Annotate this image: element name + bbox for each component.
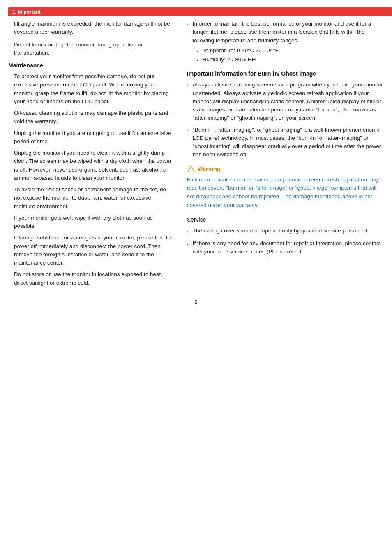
list-item: · To avoid the risk of shock or permanen… bbox=[8, 186, 174, 211]
list-item: · Do not store or use the monitor in loc… bbox=[8, 270, 174, 287]
svg-text:!: ! bbox=[190, 168, 191, 172]
page: 1. Important tilt angle maximum is excee… bbox=[0, 0, 392, 318]
list-item: · Unplug the monitor if you are not goin… bbox=[8, 129, 174, 146]
bullet-dot: · bbox=[187, 81, 193, 90]
bullet-dot: · bbox=[8, 73, 14, 82]
list-item: · To protect your monitor from possible … bbox=[8, 72, 174, 106]
intro-text-1: tilt angle maximum is exceeded, the moni… bbox=[14, 20, 174, 37]
list-item-text: If foreign substance or water gets in yo… bbox=[14, 234, 174, 267]
list-item-text: If there is any need for any document fo… bbox=[193, 239, 384, 256]
maintenance-title: Maintenance bbox=[8, 61, 174, 70]
humidity-intro-text: In order to maintain the best performanc… bbox=[193, 20, 384, 65]
list-item: · If there is any need for any document … bbox=[187, 239, 384, 256]
important-tag: 1. Important bbox=[8, 7, 392, 16]
bullet-dot: · bbox=[8, 215, 14, 223]
list-item: · "Burn-in", "after-imaging", or "ghost … bbox=[187, 126, 384, 159]
humidity-label: Humidity: 20-80% RH bbox=[203, 56, 256, 64]
list-item-text: Oil-based cleaning solutions may damage … bbox=[14, 109, 174, 126]
sub-bullet-dot: · bbox=[197, 56, 203, 64]
list-item: · If your monitor gets wet, wipe it with… bbox=[8, 214, 174, 231]
sub-bullet-dot: · bbox=[197, 47, 203, 55]
bullet-dot: · bbox=[8, 42, 14, 50]
bullet-dot: · bbox=[187, 127, 193, 135]
maintenance-list: · To protect your monitor from possible … bbox=[8, 72, 174, 287]
bullet-dot: · bbox=[8, 110, 14, 118]
list-item-text: Do not knock or drop the monitor during … bbox=[14, 41, 174, 58]
sub-list-item: · Humidity: 20-80% RH bbox=[193, 56, 384, 64]
warning-block: ! Warning Failure to activate a screen s… bbox=[187, 165, 384, 210]
list-item: · In order to maintain the best performa… bbox=[187, 20, 384, 65]
temp-label: Temperature: 0-40°C 32-104°F bbox=[203, 46, 279, 55]
burn-in-title: Important information for Burn-in/ Ghost… bbox=[187, 70, 384, 78]
list-item-text: To avoid the risk of shock or permanent … bbox=[14, 186, 174, 211]
bullet-dot: · bbox=[187, 240, 193, 249]
list-item: · Oil-based cleaning solutions may damag… bbox=[8, 109, 174, 126]
list-item-text: The casing cover should be opened only b… bbox=[193, 227, 384, 235]
warning-header: ! Warning bbox=[187, 165, 384, 174]
bullet-dot: · bbox=[8, 150, 14, 158]
list-item: · Always activate a moving screen saver … bbox=[187, 81, 384, 122]
list-item-text: To protect your monitor from possible da… bbox=[14, 72, 174, 106]
list-item: · The casing cover should be opened only… bbox=[187, 227, 384, 236]
list-item: · Unplug the monitor if you need to clea… bbox=[8, 149, 174, 182]
humidity-list: · In order to maintain the best performa… bbox=[187, 20, 384, 65]
warning-icon: ! bbox=[187, 165, 195, 173]
intro-bullet-list: · Do not knock or drop the monitor durin… bbox=[8, 41, 174, 58]
warning-body: Failure to activate a screen saver, or a… bbox=[187, 176, 384, 210]
temp-humidity-sub-list: · Temperature: 0-40°C 32-104°F · Humidit… bbox=[193, 46, 384, 64]
service-title: Service bbox=[187, 216, 384, 224]
page-number: 2 bbox=[0, 298, 392, 306]
burn-in-list: · Always activate a moving screen saver … bbox=[187, 81, 384, 159]
list-item-text: Unplug the monitor if you need to clean … bbox=[14, 149, 174, 182]
two-column-layout: tilt angle maximum is exceeded, the moni… bbox=[0, 20, 392, 290]
list-item-text: "Burn-in", "after-imaging", or "ghost im… bbox=[193, 126, 384, 159]
left-column: tilt angle maximum is exceeded, the moni… bbox=[0, 20, 180, 290]
list-item-text: Unplug the monitor if you are not going … bbox=[14, 129, 174, 146]
list-item-text: Always activate a moving screen saver pr… bbox=[193, 81, 384, 122]
service-list: · The casing cover should be opened only… bbox=[187, 227, 384, 256]
bullet-dot: · bbox=[8, 130, 14, 139]
warning-label: Warning bbox=[198, 165, 220, 174]
bullet-dot: · bbox=[187, 21, 193, 29]
bullet-dot: · bbox=[8, 271, 14, 280]
list-item: · Do not knock or drop the monitor durin… bbox=[8, 41, 174, 58]
bullet-dot: · bbox=[187, 227, 193, 236]
bullet-dot: · bbox=[8, 234, 14, 243]
right-column: · In order to maintain the best performa… bbox=[180, 20, 392, 290]
list-item-text: Do not store or use the monitor in locat… bbox=[14, 270, 174, 287]
sub-list-item: · Temperature: 0-40°C 32-104°F bbox=[193, 46, 384, 55]
list-item: · If foreign substance or water gets in … bbox=[8, 234, 174, 267]
bullet-dot: · bbox=[8, 186, 14, 195]
list-item-text: If your monitor gets wet, wipe it with d… bbox=[14, 214, 174, 231]
